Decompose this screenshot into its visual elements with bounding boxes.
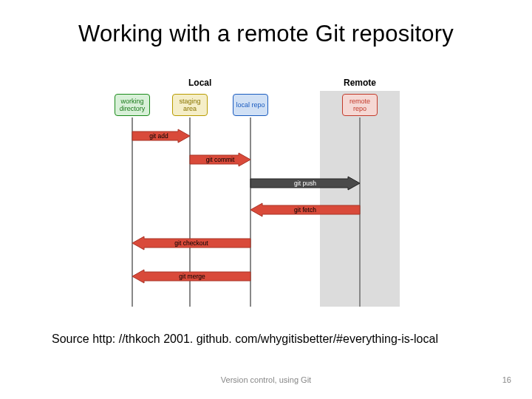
label-git-checkout: git checkout: [169, 239, 214, 247]
staging-area-label: staging area: [174, 98, 205, 112]
working-directory-label: working directory: [117, 98, 148, 112]
git-flow-diagram: Local Remote working directory staging a…: [115, 78, 425, 314]
remote-repo-label: remote repo: [344, 98, 375, 112]
page-number: 16: [502, 375, 511, 384]
label-git-add: git add: [144, 132, 174, 140]
local-repo-box: local repo: [233, 94, 268, 116]
working-directory-box: working directory: [115, 94, 150, 116]
slide-title: Working with a remote Git repository: [0, 0, 532, 47]
source-citation: Source http: //thkoch 2001. github. com/…: [52, 332, 438, 346]
label-git-fetch: git fetch: [289, 206, 321, 214]
local-repo-label: local repo: [236, 101, 265, 109]
label-git-push: git push: [289, 180, 321, 187]
remote-repo-box: remote repo: [342, 94, 378, 116]
slide: Working with a remote Git repository Loc…: [0, 0, 532, 399]
label-git-commit: git commit: [202, 156, 239, 163]
section-local-label: Local: [188, 78, 211, 88]
footer-text: Version control, using Git: [0, 375, 532, 384]
staging-area-box: staging area: [172, 94, 208, 116]
section-remote-label: Remote: [344, 78, 376, 88]
label-git-merge: git merge: [174, 273, 211, 280]
